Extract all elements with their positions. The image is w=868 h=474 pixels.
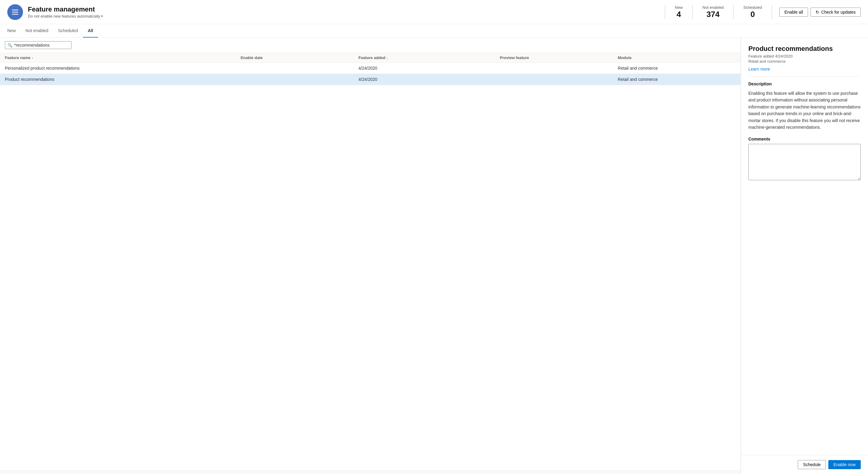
comments-textarea[interactable] — [748, 144, 861, 180]
detail-footer: Schedule Enable now — [741, 455, 868, 474]
page-header: Feature management Do not enable new fea… — [0, 0, 868, 24]
list-panel: 🔍 Feature name ↑ Enable date Feature add… — [0, 37, 741, 474]
detail-content: Product recommendations Feature added 4/… — [741, 37, 868, 455]
description-label: Description — [748, 82, 861, 86]
schedule-button[interactable]: Schedule — [798, 460, 826, 469]
stat-not-enabled-value: 374 — [702, 10, 723, 19]
subtitle-dropdown[interactable]: Do not enable new features automatically… — [28, 14, 665, 19]
row-2-module: Retail and commerce — [618, 77, 736, 82]
detail-meta-module: Retail and commerce — [748, 59, 861, 64]
table-row[interactable]: Product recommendations 4/24/2020 Retail… — [0, 74, 741, 85]
title-group: Feature management Do not enable new fea… — [28, 5, 665, 19]
stat-new-label: New — [675, 5, 683, 10]
enable-all-button[interactable]: Enable all — [779, 7, 808, 17]
col-feature-name[interactable]: Feature name ↑ — [5, 56, 241, 60]
stat-scheduled: Scheduled 0 — [734, 5, 772, 19]
row-1-feature-name: Personalized product recommendations — [5, 66, 241, 70]
col-module[interactable]: Module — [618, 56, 736, 60]
refresh-icon: ↻ — [816, 10, 819, 14]
tab-new[interactable]: New — [7, 24, 21, 37]
comments-label: Comments — [748, 136, 861, 141]
search-bar: 🔍 — [0, 37, 741, 53]
enable-now-button[interactable]: Enable now — [828, 460, 861, 469]
col-preview-feature[interactable]: Preview feature — [500, 56, 618, 60]
page-title: Feature management — [28, 5, 665, 13]
tab-not-enabled[interactable]: Not enabled — [21, 24, 53, 37]
search-icon: 🔍 — [7, 43, 12, 48]
detail-panel: Product recommendations Feature added 4/… — [741, 37, 868, 474]
horizontal-scrollbar[interactable] — [0, 470, 741, 474]
detail-description: Enabling this feature will allow the sys… — [748, 90, 861, 130]
sort-asc-icon: ↑ — [32, 56, 34, 60]
tab-scheduled[interactable]: Scheduled — [53, 24, 83, 37]
row-2-feature-added: 4/24/2020 — [359, 77, 500, 82]
stat-new: New 4 — [665, 5, 693, 19]
check-for-updates-button[interactable]: ↻ Check for updates — [810, 7, 861, 17]
search-input[interactable] — [14, 43, 69, 48]
stat-new-value: 4 — [675, 10, 683, 19]
row-2-feature-name: Product recommendations — [5, 77, 241, 82]
svg-rect-2 — [12, 13, 19, 14]
search-input-wrap[interactable]: 🔍 — [5, 41, 71, 49]
row-1-module: Retail and commerce — [618, 66, 736, 70]
chevron-down-icon: ▾ — [101, 14, 103, 18]
svg-rect-0 — [12, 9, 19, 10]
header-actions: Enable all ↻ Check for updates — [779, 7, 861, 17]
col-feature-added[interactable]: Feature added ↓ — [359, 56, 500, 60]
check-for-updates-label: Check for updates — [821, 10, 856, 14]
tab-all[interactable]: All — [83, 24, 98, 37]
main-content: 🔍 Feature name ↑ Enable date Feature add… — [0, 37, 868, 474]
table-row[interactable]: Personalized product recommendations 4/2… — [0, 63, 741, 74]
svg-rect-1 — [12, 11, 19, 12]
row-1-feature-added: 4/24/2020 — [359, 66, 500, 70]
col-enable-date[interactable]: Enable date — [241, 56, 358, 60]
stat-not-enabled: Not enabled 374 — [693, 5, 734, 19]
sort-desc-icon: ↓ — [386, 56, 388, 60]
detail-meta-date: Feature added 4/24/2020 — [748, 54, 861, 59]
list-icon — [11, 8, 20, 17]
stats-group: New 4 Not enabled 374 Scheduled 0 — [665, 5, 772, 19]
learn-more-link[interactable]: Learn more — [748, 67, 770, 71]
stat-scheduled-label: Scheduled — [743, 5, 762, 10]
subtitle-text: Do not enable new features automatically — [28, 14, 100, 19]
detail-title: Product recommendations — [748, 45, 861, 53]
app-icon — [7, 4, 23, 20]
tabs-bar: New Not enabled Scheduled All — [0, 24, 868, 37]
table-header: Feature name ↑ Enable date Feature added… — [0, 53, 741, 63]
table-body: Personalized product recommendations 4/2… — [0, 63, 741, 470]
stat-not-enabled-label: Not enabled — [702, 5, 723, 10]
stat-scheduled-value: 0 — [743, 10, 762, 19]
